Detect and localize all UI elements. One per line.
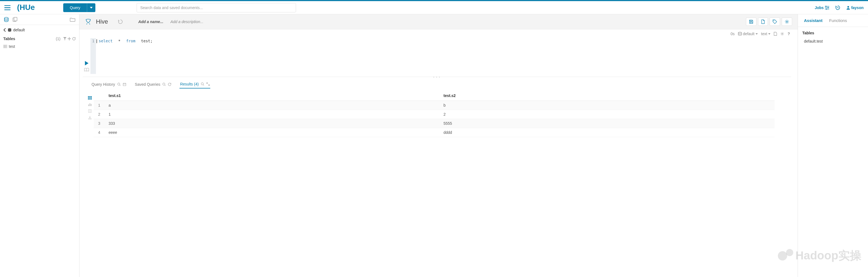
tables-heading: Tables (3, 36, 15, 41)
app-header: (HUe Query Jobs fayson (0, 1, 868, 14)
db-source-icon[interactable] (4, 17, 9, 22)
col-header-s1[interactable]: test.s1 (105, 91, 440, 101)
code-rest: test; (137, 38, 154, 44)
engine-name: Hive (96, 18, 108, 25)
svg-point-3 (826, 8, 827, 10)
col-header-s2[interactable]: test.s2 (440, 91, 775, 101)
folder-open-icon[interactable] (70, 17, 75, 22)
svg-text:(HUe: (HUe (17, 4, 35, 11)
query-name-input[interactable]: Add a name... (138, 20, 163, 24)
jobs-link[interactable]: Jobs (815, 5, 829, 10)
cell: eeee (105, 128, 440, 137)
add-icon[interactable] (68, 37, 71, 40)
table-row[interactable]: 4 eeee dddd (94, 128, 775, 137)
db-selector[interactable]: default (738, 32, 758, 36)
user-name: fayson (851, 5, 864, 10)
columns-icon[interactable] (88, 110, 92, 113)
svg-rect-26 (91, 99, 92, 99)
search-box (136, 3, 296, 12)
run-button[interactable] (84, 61, 89, 66)
doc-icon[interactable] (774, 32, 777, 36)
svg-point-12 (738, 32, 742, 33)
gear-icon[interactable] (780, 32, 784, 36)
code-star: * (114, 38, 125, 44)
tab-results[interactable]: Results (4) (180, 80, 210, 89)
editor-area: Hive Add a name... Add a description... (80, 14, 798, 277)
svg-point-16 (163, 83, 165, 85)
svg-rect-7 (14, 17, 17, 21)
query-button-group: Query (63, 3, 95, 12)
refresh-icon[interactable] (72, 37, 76, 40)
svg-rect-18 (88, 96, 89, 97)
settings-button[interactable] (782, 18, 792, 26)
search-icon (117, 83, 121, 86)
tab-functions[interactable]: Functions (826, 14, 850, 27)
filter-icon[interactable] (63, 37, 66, 40)
right-panel: Assistant Functions Tables default.test (798, 14, 868, 277)
table-row[interactable]: 3 333 5555 (94, 119, 775, 128)
table-name: test (9, 44, 15, 49)
tag-button[interactable] (770, 18, 780, 26)
logo[interactable]: (HUe (17, 4, 44, 12)
refresh-icon (168, 83, 171, 86)
svg-rect-29 (91, 104, 92, 106)
tab-assistant[interactable]: Assistant (801, 14, 826, 27)
svg-rect-25 (89, 99, 90, 99)
history-icon[interactable] (835, 5, 840, 10)
save-button[interactable] (746, 18, 756, 26)
assistant-table-entry[interactable]: default.test (802, 38, 864, 44)
results-table: test.s1 test.s2 1 a b 2 1 2 (94, 91, 775, 137)
svg-rect-20 (91, 96, 92, 97)
cell: 1 (105, 110, 440, 119)
new-doc-button[interactable] (758, 18, 768, 26)
svg-rect-19 (89, 96, 90, 97)
cell: 1 (94, 101, 105, 110)
tab-query-history[interactable]: Query History (91, 81, 127, 88)
engine-icon (85, 19, 92, 25)
table-row[interactable]: 1 a b (94, 101, 775, 110)
mode-selector[interactable]: text (761, 32, 771, 36)
svg-rect-22 (89, 97, 90, 98)
query-button[interactable]: Query (63, 3, 87, 12)
svg-point-1 (826, 6, 827, 7)
table-item[interactable]: test (0, 42, 79, 50)
svg-rect-9 (3, 45, 7, 48)
help-icon[interactable]: ? (787, 32, 790, 36)
chart-view-icon[interactable] (88, 103, 92, 106)
expand-icon (207, 83, 210, 86)
editor-undo-icon[interactable] (118, 19, 123, 24)
grid-view-icon[interactable] (88, 96, 92, 99)
resize-handle[interactable]: • • • (433, 75, 440, 79)
cell: 4 (94, 128, 105, 137)
col-header-index[interactable] (94, 91, 105, 101)
code-kw-select: select (97, 38, 114, 44)
database-icon (8, 28, 11, 32)
svg-point-11 (786, 21, 788, 23)
mode-label: text (761, 32, 767, 36)
cell: a (105, 101, 440, 110)
svg-rect-23 (91, 97, 92, 98)
tab-saved-queries[interactable]: Saved Queries (134, 81, 172, 88)
query-desc-input[interactable]: Add a description... (170, 20, 204, 24)
download-icon[interactable] (88, 116, 92, 119)
menu-icon[interactable] (4, 5, 10, 10)
search-input[interactable] (136, 3, 296, 12)
code-editor[interactable]: 1 select * from test; (90, 38, 791, 74)
query-dropdown-button[interactable] (87, 3, 95, 12)
svg-rect-15 (123, 83, 126, 86)
cell: dddd (440, 128, 775, 137)
user-menu[interactable]: fayson (846, 5, 864, 10)
cell: 3 (94, 119, 105, 128)
chevron-down-icon (768, 33, 770, 35)
tab-label: Query History (92, 82, 115, 87)
tab-label: Results (4) (180, 82, 199, 86)
tab-label: Saved Queries (135, 82, 160, 87)
table-icon (3, 45, 7, 48)
chevron-left-icon (3, 28, 6, 32)
table-row[interactable]: 2 1 2 (94, 110, 775, 119)
db-breadcrumb[interactable]: default (0, 25, 79, 35)
snippet-icon[interactable] (84, 68, 89, 72)
files-source-icon[interactable] (13, 17, 18, 22)
svg-rect-30 (89, 110, 92, 113)
user-icon (846, 6, 850, 10)
